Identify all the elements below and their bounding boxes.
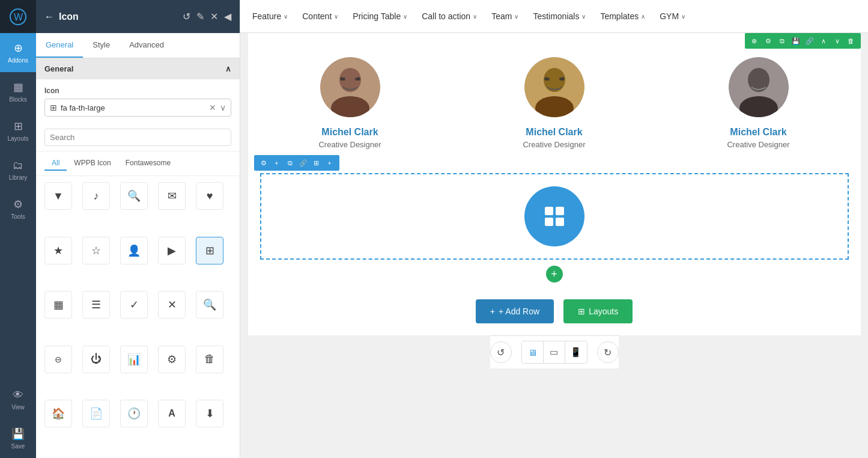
- filter-tab-all[interactable]: All: [44, 156, 67, 171]
- redo-button[interactable]: ↻: [597, 341, 619, 363]
- tab-advanced[interactable]: Advanced: [120, 33, 174, 58]
- icon-cell-gear[interactable]: ⚙: [158, 346, 186, 373]
- nav-item-testimonials[interactable]: Testimonials ∨: [533, 11, 586, 21]
- sidebar-item-blocks[interactable]: ▦ Blocks: [0, 72, 36, 111]
- icon-cell-clock[interactable]: 🕐: [120, 400, 148, 427]
- sidebar-item-label: Tools: [11, 213, 25, 220]
- svg-rect-15: [559, 78, 564, 81]
- nav-item-team[interactable]: Team ∨: [491, 11, 518, 21]
- icon-cell-times[interactable]: ✕: [158, 291, 186, 319]
- clear-icon-button[interactable]: ✕: [209, 103, 216, 112]
- blue-toolbar-add[interactable]: +: [271, 157, 283, 169]
- nav-item-pricing[interactable]: Pricing Table ∨: [353, 11, 407, 21]
- section-chevron-icon[interactable]: ∧: [225, 64, 231, 73]
- icon-cell-film[interactable]: ▶: [158, 237, 186, 264]
- sidebar-item-layouts[interactable]: ⊞ Layouts: [0, 111, 36, 150]
- icon-element[interactable]: [524, 186, 584, 246]
- icon-cell-file[interactable]: 📄: [82, 400, 110, 427]
- icon-cell-th[interactable]: ▦: [44, 291, 72, 319]
- sidebar-item-addons[interactable]: ⊕ Addons: [0, 33, 36, 72]
- green-toolbar-copy[interactable]: ⧉: [776, 35, 788, 47]
- icon-cell-music[interactable]: ♪: [82, 182, 110, 210]
- collapse-button[interactable]: ◀: [224, 11, 231, 22]
- panel-title: Icon: [59, 11, 79, 22]
- canvas-content: ⊕ ⚙ ⧉ 💾 🔗 ∧ ∨ 🗑: [248, 33, 861, 335]
- icon-cell-filter[interactable]: ▼: [44, 182, 72, 210]
- nav-item-feature[interactable]: Feature ∨: [252, 11, 288, 21]
- svg-point-17: [748, 68, 769, 92]
- add-row-button[interactable]: + + Add Row: [476, 299, 554, 323]
- team-card-role: Creative Designer: [727, 140, 789, 149]
- green-toolbar-save[interactable]: 💾: [790, 35, 802, 47]
- icon-field-label: Icon: [44, 87, 231, 95]
- icon-cell-search-minus[interactable]: ⊖: [44, 346, 72, 373]
- green-toolbar-move[interactable]: ⊕: [748, 35, 760, 47]
- blocks-icon: ▦: [13, 81, 23, 94]
- nav-item-gym[interactable]: GYM ∨: [660, 11, 685, 21]
- back-button[interactable]: ←: [44, 11, 54, 22]
- refresh-button[interactable]: ↺: [183, 11, 190, 22]
- green-toolbar-up[interactable]: ∧: [818, 35, 830, 47]
- nav-item-templates[interactable]: Templates ∧: [600, 11, 645, 21]
- save-icon: 💾: [11, 427, 25, 441]
- close-button[interactable]: ✕: [210, 11, 218, 22]
- green-toolbar-settings[interactable]: ⚙: [762, 35, 774, 47]
- layouts-icon: ⊞: [14, 120, 23, 133]
- icon-cell-trash[interactable]: 🗑: [196, 346, 223, 373]
- svg-rect-7: [341, 78, 345, 81]
- blue-toolbar-col[interactable]: ⊞: [311, 157, 323, 169]
- tab-general[interactable]: General: [36, 33, 83, 58]
- icon-cell-power[interactable]: ⏻: [82, 346, 110, 373]
- icon-cell-search-plus[interactable]: 🔍: [196, 291, 223, 319]
- green-toolbar-down[interactable]: ∨: [831, 35, 843, 47]
- icon-cell-user[interactable]: 👤: [120, 237, 148, 264]
- nav-item-content[interactable]: Content ∨: [302, 11, 338, 21]
- desktop-button[interactable]: 🖥: [522, 341, 544, 363]
- sidebar-item-label: View: [11, 404, 25, 411]
- plus-circle-icon[interactable]: +: [546, 266, 563, 282]
- filter-tab-fontawesome[interactable]: Fontawesome: [118, 156, 178, 171]
- edit-button[interactable]: ✎: [196, 11, 204, 22]
- blue-toolbar-plus[interactable]: +: [324, 157, 336, 169]
- nav-item-cta[interactable]: Call to action ∨: [422, 11, 477, 21]
- icon-cell-check[interactable]: ✓: [120, 291, 148, 319]
- icon-cell-font[interactable]: A: [158, 400, 186, 427]
- sidebar-item-library[interactable]: 🗂 Library: [0, 150, 36, 189]
- sidebar-item-view[interactable]: 👁 View: [0, 380, 36, 419]
- add-element-button[interactable]: +: [248, 266, 861, 282]
- main-area: Feature ∨ Content ∨ Pricing Table ∨ Call…: [240, 0, 868, 458]
- filter-tab-wppb[interactable]: WPPB Icon: [67, 156, 118, 171]
- blue-toolbar-copy[interactable]: ⧉: [284, 157, 296, 169]
- panel-tabs: General Style Advanced: [36, 33, 240, 58]
- icon-cell-home[interactable]: 🏠: [44, 400, 72, 427]
- icon-cell-search[interactable]: 🔍: [120, 182, 148, 210]
- blue-toolbar-link[interactable]: 🔗: [297, 157, 309, 169]
- icon-cell-envelope[interactable]: ✉: [158, 182, 186, 210]
- chevron-down-icon[interactable]: ∨: [220, 103, 226, 112]
- library-icon: 🗂: [13, 159, 23, 172]
- undo-button[interactable]: ↺: [490, 341, 512, 363]
- icon-cell-download[interactable]: ⬇: [196, 400, 223, 427]
- sidebar-item-tools[interactable]: ⚙ Tools: [0, 189, 36, 228]
- green-toolbar-link[interactable]: 🔗: [804, 35, 816, 47]
- addons-icon: ⊕: [14, 41, 23, 55]
- icon-cell-th-large[interactable]: ⊞: [196, 237, 223, 264]
- tablet-button[interactable]: ▭: [544, 341, 565, 363]
- green-toolbar-delete[interactable]: 🗑: [845, 35, 857, 47]
- layouts-icon: ⊞: [578, 307, 585, 316]
- icon-cell-list[interactable]: ☰: [82, 291, 110, 319]
- team-cards-row: Michel Clark Creative Designer: [248, 33, 861, 173]
- icon-cell-heart[interactable]: ♥: [196, 182, 223, 210]
- tab-style[interactable]: Style: [83, 33, 120, 58]
- layouts-button[interactable]: ⊞ Layouts: [563, 299, 633, 323]
- icon-cell-star-filled[interactable]: ★: [44, 237, 72, 264]
- icon-filter-tabs: All WPPB Icon Fontawesome: [36, 151, 240, 176]
- mobile-button[interactable]: 📱: [565, 341, 587, 363]
- icon-panel: ← Icon ↺ ✎ ✕ ◀ General Style Advanced Ge…: [36, 0, 240, 458]
- sidebar-item-save[interactable]: 💾 Save: [0, 419, 36, 458]
- icon-cell-star-outline[interactable]: ☆: [82, 237, 110, 264]
- avatar: [524, 57, 584, 117]
- icon-search-input[interactable]: [44, 129, 231, 146]
- icon-cell-bar-chart[interactable]: 📊: [120, 346, 148, 373]
- blue-toolbar-settings[interactable]: ⚙: [258, 157, 270, 169]
